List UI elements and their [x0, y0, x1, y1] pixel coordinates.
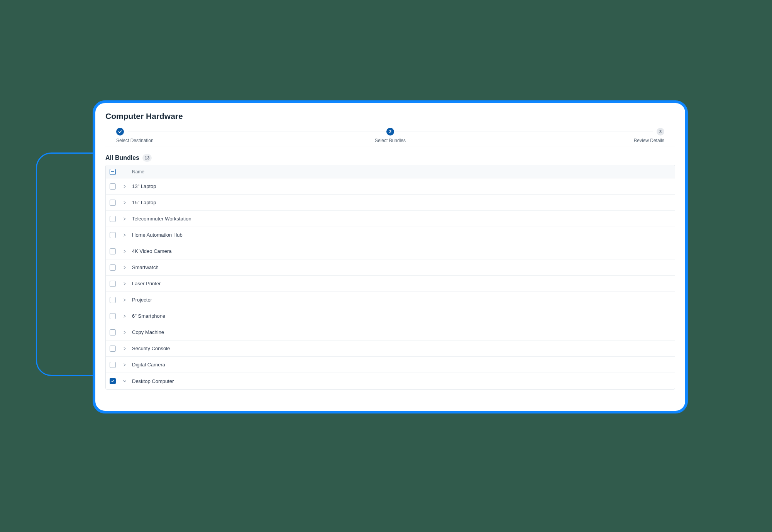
row-checkbox[interactable] [110, 200, 116, 206]
wizard-card: Computer Hardware Select Destination 2 S… [93, 100, 688, 413]
table-row[interactable]: Desktop Computer [106, 373, 675, 389]
step-dot-current: 2 [386, 128, 394, 136]
bundle-name: 15" Laptop [132, 200, 671, 205]
bundles-table: Name 13" Laptop15" LaptopTelecommuter Wo… [105, 165, 675, 390]
table-row[interactable]: Copy Machine [106, 324, 675, 341]
chevron-right-icon[interactable] [122, 347, 127, 351]
row-checkbox[interactable] [110, 313, 116, 319]
row-checkbox[interactable] [110, 378, 116, 384]
bundle-name: Smartwatch [132, 264, 671, 270]
step-select-bundles[interactable]: 2 Select Bundles [363, 128, 417, 143]
table-row[interactable]: 15" Laptop [106, 195, 675, 211]
chevron-right-icon[interactable] [122, 330, 127, 334]
page-title: Computer Hardware [105, 112, 675, 121]
step-label: Review Details [634, 138, 664, 143]
bundle-name: Copy Machine [132, 329, 671, 335]
bundles-title: All Bundles [105, 154, 139, 161]
row-checkbox[interactable] [110, 362, 116, 368]
bundle-name: Telecommuter Workstation [132, 216, 671, 222]
table-header-row: Name [106, 165, 675, 178]
table-row[interactable]: 4K Video Camera [106, 243, 675, 259]
table-row[interactable]: Security Console [106, 341, 675, 357]
chevron-right-icon[interactable] [122, 217, 127, 221]
checkmark-icon [116, 128, 124, 136]
chevron-right-icon[interactable] [122, 185, 127, 188]
bundle-name: 6" Smartphone [132, 313, 671, 319]
progress-stepper: Select Destination 2 Select Bundles 3 Re… [105, 128, 675, 146]
bundles-count-badge: 13 [142, 154, 152, 162]
bundle-name: 13" Laptop [132, 183, 671, 189]
chevron-right-icon[interactable] [122, 298, 127, 302]
bundle-name: Home Automation Hub [132, 232, 671, 238]
row-checkbox[interactable] [110, 281, 116, 287]
row-checkbox[interactable] [110, 248, 116, 254]
bundle-name: Digital Camera [132, 362, 671, 368]
table-row[interactable]: Telecommuter Workstation [106, 211, 675, 227]
chevron-right-icon[interactable] [122, 266, 127, 269]
row-checkbox[interactable] [110, 329, 116, 335]
table-row[interactable]: Digital Camera [106, 357, 675, 373]
row-checkbox[interactable] [110, 346, 116, 352]
chevron-down-icon[interactable] [122, 379, 127, 383]
bundle-name: Desktop Computer [132, 378, 671, 384]
bundles-section-header: All Bundles 13 [105, 154, 675, 162]
chevron-right-icon[interactable] [122, 201, 127, 205]
bundle-name: Projector [132, 297, 671, 303]
row-checkbox[interactable] [110, 183, 116, 190]
row-checkbox[interactable] [110, 264, 116, 271]
row-checkbox[interactable] [110, 216, 116, 222]
table-row[interactable]: 6" Smartphone [106, 308, 675, 324]
table-row[interactable]: Home Automation Hub [106, 227, 675, 243]
step-dot-upcoming: 3 [657, 128, 664, 136]
chevron-right-icon[interactable] [122, 282, 127, 286]
row-checkbox[interactable] [110, 297, 116, 303]
column-header-name[interactable]: Name [132, 169, 144, 175]
chevron-right-icon[interactable] [122, 363, 127, 367]
bundle-name: Laser Printer [132, 281, 671, 286]
chevron-right-icon[interactable] [122, 314, 127, 318]
select-all-checkbox[interactable] [110, 169, 116, 175]
step-select-destination[interactable]: Select Destination [116, 128, 170, 143]
table-row[interactable]: 13" Laptop [106, 178, 675, 195]
chevron-right-icon[interactable] [122, 249, 127, 253]
step-label: Select Destination [116, 138, 154, 143]
chevron-right-icon[interactable] [122, 233, 127, 237]
table-row[interactable]: Projector [106, 292, 675, 308]
table-row[interactable]: Laser Printer [106, 276, 675, 292]
bundle-name: 4K Video Camera [132, 248, 671, 254]
table-row[interactable]: Smartwatch [106, 259, 675, 276]
bundle-name: Security Console [132, 346, 671, 351]
step-review-details[interactable]: 3 Review Details [610, 128, 664, 143]
row-checkbox[interactable] [110, 232, 116, 238]
step-label: Select Bundles [375, 138, 406, 143]
